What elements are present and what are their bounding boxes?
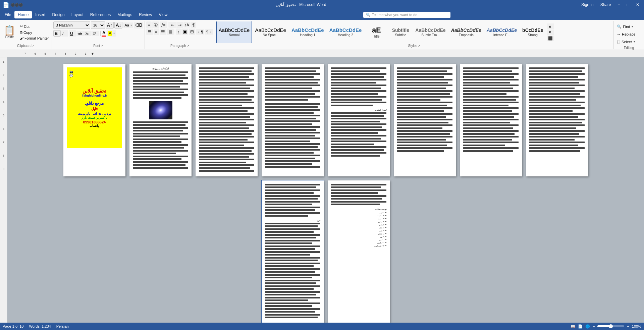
paste-button[interactable]: 📋 Paste (1, 22, 18, 42)
main-area: 1 2 3 4 5 6 7 8 9 📷 💬 تحق (0, 57, 644, 330)
increase-indent-button[interactable]: ⇥ (176, 22, 183, 28)
sort-button[interactable]: ↕A (183, 22, 191, 28)
zoom-in-button[interactable]: + (627, 324, 629, 328)
styles-expand-icon[interactable]: ↗ (418, 44, 420, 47)
ruler-mark-1: 1 (80, 52, 91, 55)
close-button[interactable]: ✕ (634, 2, 641, 8)
editing-group: 🔍 Find ▾ ↔ Replace ⬚ Select ▾ Editing (614, 21, 644, 49)
align-center-button[interactable]: ≡ (154, 29, 159, 35)
ruler: 7 6 5 4 3 2 1 ▼ (0, 50, 644, 57)
multilevel-list-button[interactable]: ⧸≡ (160, 21, 167, 28)
shading-button[interactable]: ▣ (181, 29, 188, 35)
page-3[interactable] (196, 64, 258, 176)
page2-heading: امکانات و مهارت (133, 67, 188, 70)
maximize-button[interactable]: □ (625, 2, 631, 8)
replace-button[interactable]: ↔ Replace (615, 31, 643, 37)
style-strong[interactable]: bCcDdEe Strong (520, 21, 545, 43)
superscript-button[interactable]: x² (92, 31, 99, 36)
editing-label: Editing (615, 45, 643, 50)
page-7[interactable] (460, 64, 522, 176)
style-heading1[interactable]: AaBbCcDdEe Heading 1 (289, 21, 326, 43)
zoom-out-button[interactable]: − (593, 324, 595, 328)
style-heading2[interactable]: AaBbCcDdEe Heading 2 (327, 21, 364, 43)
share-button[interactable]: Share (598, 2, 613, 8)
menu-view[interactable]: View (156, 11, 171, 18)
font-grow-button[interactable]: A↑ (106, 22, 114, 29)
numbering-button[interactable]: ① (152, 21, 159, 28)
clipboard-expand-icon[interactable]: ↗ (32, 44, 35, 47)
select-button[interactable]: ⬚ Select ▾ (615, 39, 643, 45)
menu-design[interactable]: Design (49, 11, 68, 18)
change-case-button[interactable]: Aa▾ (123, 22, 133, 28)
paragraph-expand-icon[interactable]: ↗ (187, 44, 189, 47)
strikethrough-button[interactable]: ab (76, 31, 84, 36)
zoom-slider[interactable] (597, 325, 624, 327)
show-marks-button[interactable]: ¶ (191, 22, 196, 28)
font-shrink-button[interactable]: A↓ (114, 22, 122, 29)
paragraph-label: Paragraph ↗ (146, 43, 213, 48)
style-subtitle[interactable]: Subtitle Subtitle (389, 21, 412, 43)
subscript-button[interactable]: x₂ (84, 31, 92, 36)
menu-mailings[interactable]: Mailings (114, 11, 136, 18)
style-title[interactable]: aE Title (365, 21, 388, 43)
cut-button[interactable]: ✂ Cut (18, 23, 50, 29)
vertical-ruler: 1 2 3 4 5 6 7 8 9 (0, 57, 7, 330)
title-bar-actions: Sign in Share − □ ✕ (579, 2, 641, 8)
style-normal[interactable]: AaBbCcDdEe Normal (216, 21, 252, 43)
minimize-button[interactable]: − (616, 2, 622, 8)
font-family-select[interactable]: B Nazanin (53, 21, 90, 29)
menu-file[interactable]: File (1, 11, 14, 18)
italic-button[interactable]: I (61, 30, 68, 37)
highlight-button[interactable]: A▾ (107, 30, 116, 37)
view-layout-icon[interactable]: 📄 (578, 324, 583, 329)
rtl-button[interactable]: ←¶ (196, 29, 204, 35)
align-right-button[interactable]: ☷ (160, 29, 166, 35)
bullets-button[interactable]: ≡ (146, 21, 152, 28)
clipboard-label: Clipboard ↗ (1, 43, 50, 48)
align-left-button[interactable]: ☰ (146, 29, 153, 35)
font-group: B Nazanin 16 A↑ A↓ Aa▾ ⌫ B I U ab x₂ (52, 21, 145, 49)
styles-scroll-down[interactable]: ▼ (547, 30, 554, 35)
menu-review[interactable]: Review (136, 11, 155, 18)
page-5[interactable]: کوتاه از امکانات: (328, 64, 390, 176)
page-1[interactable]: 📷 💬 تحقیق آنلاین Tahghighonline.ir ← مرج… (63, 64, 125, 176)
signin-button[interactable]: Sign in (579, 2, 596, 8)
line-spacing-button[interactable]: ↕ (176, 29, 181, 35)
ruler-mark-5: 5 (40, 52, 50, 55)
style-intense-emphasis[interactable]: AaBbCcDdEe Intense E... (484, 21, 519, 43)
menu-insert[interactable]: Insert (32, 11, 49, 18)
clear-format-button[interactable]: ⌫ (134, 22, 143, 29)
ltr-button[interactable]: ¶→ (205, 29, 213, 35)
ruler-mark-6: 6 (30, 52, 40, 55)
borders-button[interactable]: ⊞ (189, 29, 195, 35)
menu-layout[interactable]: Layout (68, 11, 87, 18)
menu-references[interactable]: References (87, 11, 114, 18)
view-read-icon[interactable]: 📖 (571, 324, 575, 329)
status-bar: Page 1 of 10 Words: 1,234 Persian 📖 📄 🌐 … (0, 323, 644, 330)
text-color-button[interactable]: A (102, 30, 106, 37)
style-subtle-emphasis[interactable]: AaBbCcDdEe Subtle Em... (413, 21, 448, 43)
copy-button[interactable]: ⧉ Copy (18, 30, 50, 35)
document-canvas[interactable]: 📷 💬 تحقیق آنلاین Tahghighonline.ir ← مرج… (7, 57, 644, 330)
underline-button[interactable]: U (69, 30, 76, 37)
page-10[interactable]: فهرست مطالب ۱- تیتر ۲- مقدمه ۳- مفهوم ۴-… (328, 180, 390, 323)
page-4[interactable] (262, 64, 324, 176)
page-9[interactable]: نتایج (262, 180, 324, 323)
view-web-icon[interactable]: 🌐 (585, 324, 590, 329)
style-no-spacing[interactable]: AaBbCcDdEe No Spac... (253, 21, 288, 43)
decrease-indent-button[interactable]: ⇤ (169, 22, 176, 28)
menu-home[interactable]: Home (14, 11, 32, 18)
find-button[interactable]: 🔍 Find ▾ (615, 23, 643, 30)
page-8[interactable] (526, 64, 588, 176)
font-size-select[interactable]: 16 (91, 21, 105, 29)
style-emphasis[interactable]: AaBbCcDdEe Emphasis (449, 21, 484, 43)
format-painter-button[interactable]: 🖌 Format Painter (18, 36, 50, 41)
page-6[interactable] (394, 64, 456, 176)
page-2[interactable]: امکانات و مهارت (129, 64, 192, 176)
justify-button[interactable]: ▤ (167, 29, 174, 35)
styles-more[interactable]: ⬛ (547, 36, 554, 41)
font-expand-icon[interactable]: ↗ (101, 44, 103, 47)
pages-row-2: نتایج (262, 180, 390, 323)
styles-scroll-up[interactable]: ▲ (547, 23, 554, 29)
bold-button[interactable]: B (53, 30, 61, 37)
